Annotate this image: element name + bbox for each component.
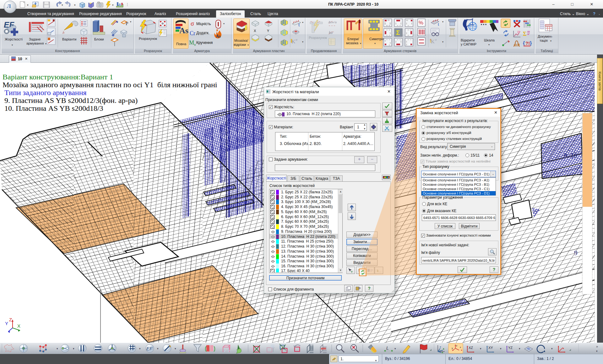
svg-text:▾: ▾ bbox=[157, 347, 159, 350]
svg-text:▾: ▾ bbox=[175, 347, 176, 350]
svg-text:t: t bbox=[298, 22, 300, 27]
svg-text:відрізки: відрізки bbox=[234, 43, 246, 46]
svg-text:XY: XY bbox=[488, 346, 493, 350]
svg-text:▾: ▾ bbox=[442, 20, 443, 23]
svg-text:σ: σ bbox=[296, 38, 297, 41]
svg-text:армування: армування bbox=[26, 41, 44, 45]
svg-text:Шкала: Шкала bbox=[484, 38, 495, 42]
svg-text:Додатк.: Додатк. bbox=[196, 31, 209, 35]
svg-text:P: P bbox=[126, 21, 128, 26]
svg-text:σ: σ bbox=[435, 38, 437, 41]
svg-text:As: As bbox=[216, 34, 221, 39]
svg-text:Варіанти: Варіанти bbox=[62, 37, 76, 41]
svg-text:x: x bbox=[194, 43, 196, 46]
svg-text:As: As bbox=[179, 26, 188, 35]
svg-text:»: » bbox=[596, 345, 598, 348]
svg-text:Σ: Σ bbox=[396, 29, 400, 36]
svg-text:x: x bbox=[460, 346, 461, 349]
svg-text:▾: ▾ bbox=[73, 347, 74, 350]
svg-text:EF: EF bbox=[146, 346, 153, 351]
svg-text:▾: ▾ bbox=[247, 44, 249, 46]
svg-text:{: { bbox=[523, 40, 525, 46]
svg-text:▾: ▾ bbox=[360, 42, 361, 45]
svg-text:Симетрія: Симетрія bbox=[369, 37, 384, 41]
svg-text:▾: ▾ bbox=[45, 42, 46, 45]
svg-text:▾: ▾ bbox=[442, 40, 443, 43]
svg-text:▾: ▾ bbox=[302, 21, 303, 24]
svg-text:σ: σ bbox=[191, 20, 194, 27]
svg-text:Мозаїка/: Мозаїка/ bbox=[234, 39, 248, 42]
svg-text:XZ: XZ bbox=[469, 346, 473, 350]
svg-text:▾: ▾ bbox=[112, 3, 114, 7]
svg-text:Повна: Повна bbox=[176, 42, 187, 46]
svg-text:y: y bbox=[452, 347, 453, 350]
svg-text:}: } bbox=[530, 40, 532, 46]
svg-text:▾: ▾ bbox=[394, 347, 396, 350]
svg-text:Розрахунок: Розрахунок bbox=[139, 37, 157, 40]
svg-text:ka: ka bbox=[329, 30, 333, 35]
svg-text:▾: ▾ bbox=[74, 3, 76, 7]
svg-text:▾: ▾ bbox=[550, 40, 551, 42]
svg-text:K: K bbox=[431, 39, 435, 44]
svg-text:▾: ▾ bbox=[139, 347, 141, 350]
svg-text:Задане: Задане bbox=[29, 37, 41, 41]
svg-text:▾: ▾ bbox=[519, 347, 520, 350]
svg-text:Міцність: Міцність bbox=[196, 22, 211, 26]
svg-text:▾: ▾ bbox=[488, 43, 490, 46]
svg-text:у САПФІР: у САПФІР bbox=[461, 42, 476, 46]
svg-text:▾: ▾ bbox=[12, 44, 13, 46]
svg-text:▾: ▾ bbox=[62, 3, 63, 7]
svg-text:Блоки: Блоки bbox=[94, 37, 104, 41]
svg-text:тація: тація bbox=[540, 39, 548, 42]
svg-text:Cr: Cr bbox=[190, 30, 195, 36]
svg-text:▾: ▾ bbox=[500, 347, 502, 350]
svg-text:X: X bbox=[254, 29, 256, 33]
svg-text:Σ: Σ bbox=[523, 31, 527, 37]
svg-text:▾: ▾ bbox=[480, 347, 481, 350]
svg-text:▾: ▾ bbox=[57, 347, 58, 350]
svg-text:▾: ▾ bbox=[374, 42, 376, 45]
svg-text:%: % bbox=[419, 20, 423, 26]
svg-text:Asw/u: Asw/u bbox=[328, 20, 337, 24]
svg-text:▾: ▾ bbox=[130, 20, 131, 23]
svg-text:Y: Y bbox=[267, 29, 269, 33]
svg-text:t: t bbox=[438, 22, 439, 27]
svg-text:YZ: YZ bbox=[508, 346, 513, 350]
svg-text:Епюри/: Епюри/ bbox=[347, 37, 359, 41]
svg-text:▾: ▾ bbox=[596, 350, 598, 353]
svg-text:▾: ▾ bbox=[27, 3, 29, 7]
svg-text:M: M bbox=[189, 40, 194, 46]
svg-text:Розрахунок: Розрахунок bbox=[309, 36, 327, 40]
svg-text:▾: ▾ bbox=[551, 347, 553, 350]
svg-text:Жорсткості: Жорсткості bbox=[5, 37, 23, 41]
svg-text:?!: ?! bbox=[525, 40, 530, 46]
svg-text:Кручення: Кручення bbox=[196, 40, 213, 45]
svg-text:▾: ▾ bbox=[223, 22, 225, 25]
svg-text:Відкрити: Відкрити bbox=[461, 38, 475, 42]
svg-text:▾: ▾ bbox=[302, 40, 303, 43]
svg-text:L: L bbox=[386, 345, 389, 351]
svg-text:⋮: ⋮ bbox=[126, 3, 129, 6]
svg-text:мозаїка: мозаїка bbox=[346, 41, 359, 45]
svg-text:Докумен-: Докумен- bbox=[538, 35, 553, 38]
svg-text:z: z bbox=[456, 344, 457, 347]
